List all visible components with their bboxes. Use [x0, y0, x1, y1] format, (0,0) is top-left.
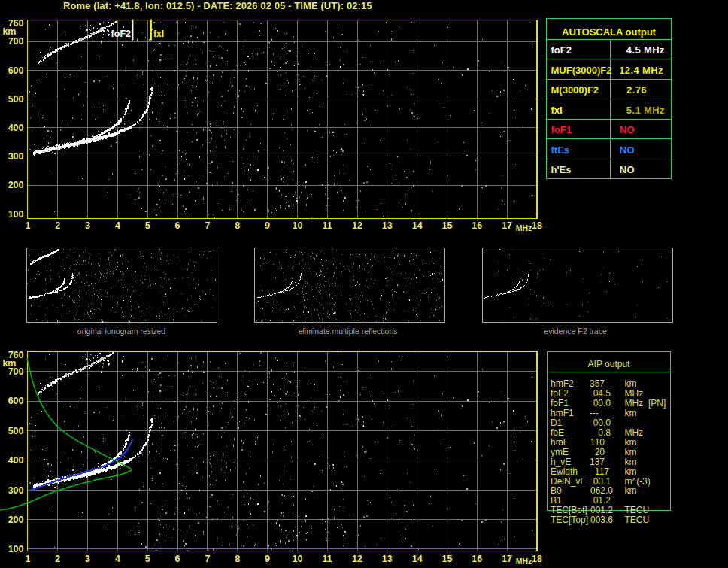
svg-text:h_vE: h_vE	[551, 457, 571, 467]
svg-text:18: 18	[532, 554, 542, 564]
svg-text:062.0: 062.0	[590, 485, 613, 496]
svg-text:M(3000)F2: M(3000)F2	[551, 84, 599, 96]
svg-text:Ewidth: Ewidth	[551, 466, 578, 477]
svg-text:NO: NO	[620, 124, 635, 135]
svg-text:13: 13	[382, 220, 393, 231]
svg-text:8: 8	[235, 220, 240, 231]
svg-text:15: 15	[442, 554, 453, 564]
svg-text:01.2: 01.2	[593, 495, 611, 506]
svg-text:12.4 MHz: 12.4 MHz	[619, 65, 663, 76]
svg-text:0.8: 0.8	[598, 427, 611, 438]
svg-text:3: 3	[85, 554, 90, 564]
svg-text:600: 600	[8, 65, 24, 76]
svg-text:100: 100	[8, 209, 24, 220]
svg-text:MUF(3000)F2: MUF(3000)F2	[551, 65, 612, 76]
svg-text:3: 3	[85, 220, 90, 231]
svg-text:200: 200	[8, 180, 24, 190]
svg-text:ymE: ymE	[551, 447, 569, 457]
svg-text:ftEs: ftEs	[551, 144, 570, 156]
svg-text:14: 14	[412, 220, 423, 231]
svg-text:4: 4	[115, 554, 120, 564]
svg-text:hmF2: hmF2	[551, 378, 574, 389]
svg-text:---: ---	[590, 408, 599, 418]
svg-text:7: 7	[205, 220, 210, 231]
svg-text:km: km	[625, 408, 637, 418]
svg-text:400: 400	[8, 455, 24, 466]
svg-text:evidence F2 trace: evidence F2 trace	[544, 327, 607, 336]
svg-text:300: 300	[8, 151, 24, 162]
svg-text:10: 10	[292, 554, 302, 564]
svg-text:8: 8	[235, 554, 240, 564]
svg-text:eliminate multiple reflections: eliminate multiple reflections	[299, 327, 398, 336]
svg-text:17: 17	[502, 554, 512, 564]
svg-text:MHz: MHz	[625, 388, 644, 399]
svg-text:foF2: foF2	[551, 44, 572, 56]
svg-text:DelN_vE: DelN_vE	[551, 476, 586, 487]
svg-text:20: 20	[595, 447, 605, 457]
svg-text:110: 110	[590, 437, 605, 448]
svg-text:km: km	[625, 447, 637, 457]
svg-text:200: 200	[8, 515, 24, 525]
svg-text:15: 15	[442, 220, 453, 231]
svg-text:foF2: foF2	[111, 29, 131, 39]
svg-text:5.1 MHz: 5.1 MHz	[626, 105, 665, 116]
svg-text:00.0: 00.0	[593, 398, 611, 409]
svg-text:foF1: foF1	[551, 124, 572, 135]
svg-text:16: 16	[472, 554, 482, 564]
svg-text:137: 137	[590, 457, 605, 467]
svg-text:km: km	[625, 378, 637, 389]
svg-text:km: km	[625, 437, 637, 448]
svg-text:7: 7	[205, 554, 210, 564]
svg-text:h'Es: h'Es	[551, 164, 572, 175]
svg-text:1: 1	[26, 554, 31, 564]
svg-text:18: 18	[532, 220, 542, 231]
svg-text:5: 5	[145, 554, 150, 564]
svg-text:700: 700	[8, 36, 24, 47]
svg-text:10: 10	[292, 220, 302, 231]
svg-text:B1: B1	[551, 495, 562, 506]
svg-text:AIP output: AIP output	[588, 359, 630, 369]
svg-text:hmE: hmE	[551, 437, 569, 448]
svg-text:00.1: 00.1	[593, 476, 611, 487]
svg-text:fxI: fxI	[551, 105, 563, 116]
svg-text:16: 16	[472, 220, 482, 231]
svg-text:NO: NO	[620, 144, 635, 156]
svg-text:00.0: 00.0	[593, 418, 611, 428]
svg-text:11: 11	[323, 220, 332, 231]
svg-text:001.2: 001.2	[590, 505, 613, 515]
svg-text:1: 1	[26, 220, 31, 231]
svg-text:9: 9	[265, 220, 270, 231]
svg-text:2: 2	[55, 554, 60, 564]
svg-text:6: 6	[175, 220, 180, 231]
svg-text:100: 100	[8, 544, 24, 554]
svg-text:13: 13	[382, 554, 393, 564]
svg-text:17: 17	[502, 220, 512, 231]
svg-text:km: km	[625, 485, 637, 496]
svg-text:fxI: fxI	[153, 29, 164, 39]
svg-text:357: 357	[590, 378, 605, 389]
svg-text:12: 12	[352, 220, 362, 231]
svg-text:km: km	[625, 457, 637, 467]
svg-text:2.76: 2.76	[626, 84, 647, 96]
svg-text:MHz: MHz	[625, 398, 644, 409]
svg-text:04.5: 04.5	[593, 388, 611, 399]
svg-text:4.5 MHz: 4.5 MHz	[626, 44, 665, 56]
svg-text:AUTOSCALA output: AUTOSCALA output	[562, 26, 657, 38]
svg-text:foE: foE	[551, 427, 564, 438]
svg-text:6: 6	[175, 554, 180, 564]
svg-text:700: 700	[8, 366, 24, 377]
svg-text:4: 4	[115, 220, 120, 231]
svg-text:original ionogram resized: original ionogram resized	[77, 327, 165, 336]
svg-text:D1: D1	[551, 418, 563, 428]
svg-text:MHz: MHz	[516, 557, 532, 566]
svg-text:TEC[Top]: TEC[Top]	[551, 515, 588, 525]
svg-text:2: 2	[55, 220, 60, 231]
svg-text:hmF1: hmF1	[551, 408, 574, 418]
svg-text:14: 14	[412, 554, 423, 564]
svg-text:m^(-3): m^(-3)	[625, 476, 651, 487]
svg-text:MHz: MHz	[625, 427, 644, 438]
svg-text:km: km	[2, 26, 16, 37]
svg-text:TEC[Bot]: TEC[Bot]	[551, 505, 587, 515]
svg-text:NO: NO	[620, 164, 635, 175]
svg-text:foF2: foF2	[551, 388, 569, 399]
